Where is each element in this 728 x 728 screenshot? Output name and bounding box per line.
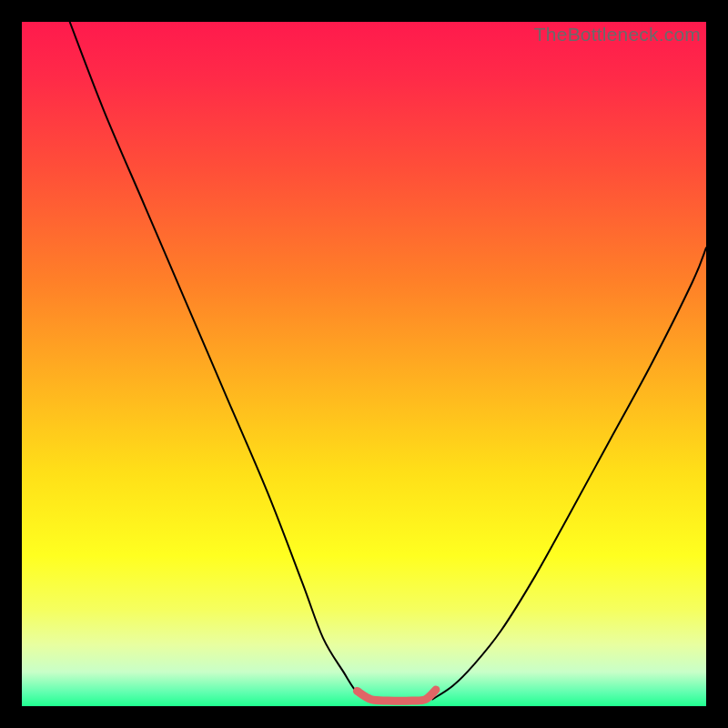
- series-bottom-link: [357, 690, 435, 701]
- plot-area: TheBottleneck.com: [22, 22, 706, 706]
- series-left-curve: [70, 22, 371, 699]
- series-right-curve: [432, 248, 706, 699]
- chart-svg: [22, 22, 706, 706]
